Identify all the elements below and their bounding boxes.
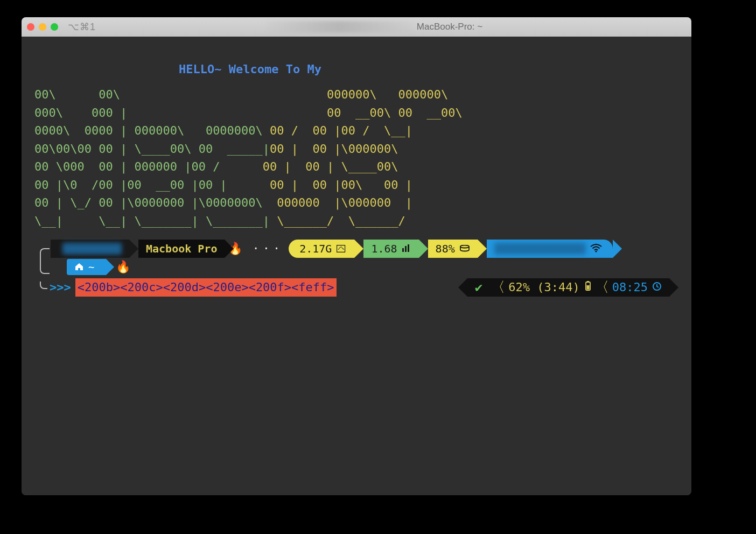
battery-icon [584, 278, 592, 296]
check-icon: ✔ [475, 278, 482, 297]
segment-end-arrow [669, 278, 678, 297]
terminal-body[interactable]: HELLO~ Welcome To My 00\ 00\ 000000\ 000… [22, 37, 691, 495]
cwd-line: ~ 🔥 [67, 258, 678, 276]
disk-value: 88% [436, 241, 455, 257]
chevron-left-icon: 〈 [595, 277, 609, 298]
svg-rect-7 [586, 285, 589, 290]
battery-value: 62% (3:44) [508, 278, 579, 296]
prompt-line: >>> <200b><200c><200d><200e><200f><feff>… [34, 278, 678, 297]
last-status-segment: ✔ 〈 62% (3:44) 〈 08:25 [467, 278, 669, 297]
host-segment: Macbook Pro [138, 240, 225, 258]
svg-point-4 [595, 250, 597, 252]
title-suffix: MacBook-Pro: ~ [417, 22, 482, 32]
title-redacted [267, 21, 412, 33]
host-label: Macbook Pro [146, 241, 217, 257]
wifi-segment [487, 240, 613, 258]
load-segment: 1.68 [363, 240, 418, 258]
svg-point-3 [460, 245, 469, 248]
minimize-icon[interactable] [39, 23, 46, 31]
window-shortcut: ⌥⌘1 [68, 21, 96, 33]
disk-segment: 88% [428, 240, 478, 258]
bars-icon [402, 241, 411, 257]
close-icon[interactable] [27, 23, 34, 31]
motd-ascii: 00\ 00\ 000000\ 000000\ 000\ 000 | 00 __… [34, 86, 678, 230]
ssid-redacted [494, 243, 586, 255]
svg-rect-1 [405, 246, 407, 252]
prompt-bracket-end [40, 282, 47, 289]
clock-icon [652, 278, 662, 296]
user-segment [51, 240, 129, 258]
zoom-icon[interactable] [51, 23, 58, 31]
svg-rect-0 [402, 248, 404, 252]
prompt-symbol: >>> [50, 278, 71, 296]
flame-icon-small: 🔥 [116, 258, 130, 276]
time-value: 08:25 [612, 278, 648, 296]
separator-dots: ··· [252, 240, 283, 257]
cwd-path: ~ [88, 259, 94, 275]
username-redacted [62, 243, 122, 255]
disk-icon [459, 241, 470, 257]
ram-segment: 2.17G ⮹ [289, 240, 354, 258]
svg-rect-6 [587, 281, 589, 283]
titlebar: ⌥⌘1 MacBook-Pro: ~ [22, 17, 691, 37]
terminal-window: ⌥⌘1 MacBook-Pro: ~ HELLO~ Welcome To My … [22, 17, 691, 495]
svg-rect-2 [408, 244, 409, 252]
command-input[interactable]: <200b><200c><200d><200e><200f><feff> [75, 278, 337, 296]
ram-value: 2.17G [299, 241, 332, 257]
home-icon [74, 259, 84, 275]
cpu-icon: ⮹ [336, 241, 347, 257]
window-controls [27, 23, 58, 31]
prompt-bracket [40, 248, 50, 274]
motd-welcome: HELLO~ Welcome To My [179, 60, 678, 78]
status-line-right: ✔ 〈 62% (3:44) 〈 08:25 [467, 278, 678, 297]
status-line-top: Macbook Pro 🔥 ··· 2.17G ⮹ 1.68 [51, 240, 678, 258]
load-value: 1.68 [371, 241, 397, 257]
cwd-segment: ~ [67, 259, 106, 275]
wifi-icon [590, 241, 602, 257]
chevron-left-icon: 〈 [491, 277, 505, 298]
window-title: MacBook-Pro: ~ [100, 21, 649, 33]
